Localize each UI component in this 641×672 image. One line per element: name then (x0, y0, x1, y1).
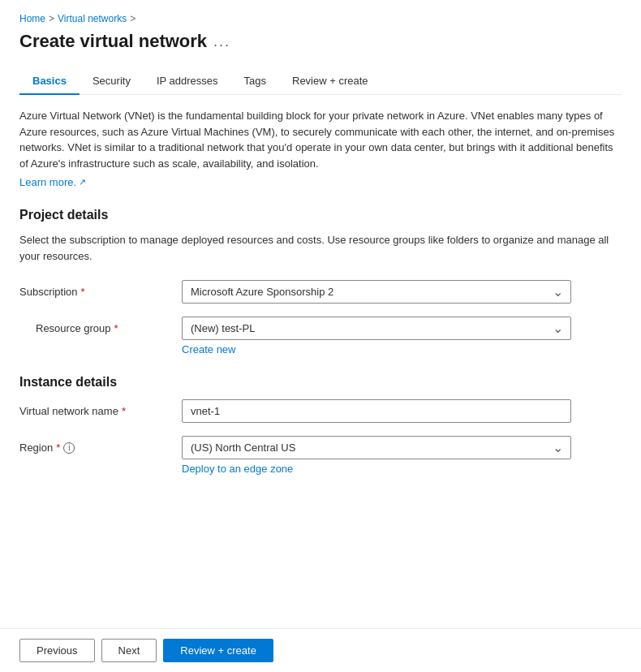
review-create-button[interactable]: Review + create (163, 639, 273, 662)
region-label: Region * i (19, 436, 182, 454)
subscription-dropdown-wrap: Microsoft Azure Sponsorship 2 (182, 280, 571, 304)
resource-group-label: Resource group * (19, 317, 182, 334)
previous-button[interactable]: Previous (19, 639, 95, 662)
vnet-name-input[interactable] (182, 399, 571, 423)
vnet-name-required: * (122, 405, 126, 417)
region-dropdown-wrap: (US) North Central US (182, 436, 571, 459)
page-title-container: Create virtual network ... (19, 31, 622, 52)
description-text: Azure Virtual Network (VNet) is the fund… (19, 108, 622, 171)
tab-ip-addresses[interactable]: IP addresses (144, 68, 231, 95)
external-link-icon: ↗ (79, 177, 86, 187)
vnet-name-label: Virtual network name * (19, 399, 182, 417)
vnet-name-row: Virtual network name * (19, 399, 622, 423)
learn-more-link[interactable]: Learn more. ↗ (19, 176, 86, 188)
footer-bar: Previous Next Review + create (0, 628, 641, 672)
next-button[interactable]: Next (101, 639, 157, 662)
resource-group-row: Resource group * (New) test-PL Create ne… (19, 317, 622, 355)
subscription-control: Microsoft Azure Sponsorship 2 (182, 280, 571, 304)
subscription-required: * (81, 286, 85, 298)
resource-group-control: (New) test-PL Create new (182, 317, 571, 355)
tab-tags[interactable]: Tags (231, 68, 279, 95)
page-title: Create virtual network (19, 31, 207, 52)
subscription-row: Subscription * Microsoft Azure Sponsorsh… (19, 280, 622, 304)
deploy-edge-link[interactable]: Deploy to an edge zone (182, 463, 293, 475)
resource-group-dropdown[interactable]: (New) test-PL (182, 317, 571, 340)
subscription-dropdown[interactable]: Microsoft Azure Sponsorship 2 (182, 280, 571, 304)
page-title-ellipsis[interactable]: ... (213, 33, 230, 50)
region-dropdown[interactable]: (US) North Central US (182, 436, 571, 459)
breadcrumb-separator-1: > (49, 13, 54, 24)
breadcrumb-virtual-networks[interactable]: Virtual networks (58, 13, 127, 24)
region-control: (US) North Central US Deploy to an edge … (182, 436, 571, 475)
breadcrumb: Home > Virtual networks > (19, 13, 622, 24)
resource-group-dropdown-wrap: (New) test-PL (182, 317, 571, 340)
tab-review-create[interactable]: Review + create (279, 68, 381, 95)
tab-bar: Basics Security IP addresses Tags Review… (19, 68, 622, 95)
region-row: Region * i (US) North Central US Deploy … (19, 436, 622, 475)
project-details-title: Project details (19, 208, 622, 222)
subscription-label: Subscription * (19, 280, 182, 298)
breadcrumb-home[interactable]: Home (19, 13, 45, 24)
resource-group-required: * (114, 322, 118, 334)
vnet-name-control (182, 399, 571, 423)
project-details-description: Select the subscription to manage deploy… (19, 232, 622, 264)
tab-basics[interactable]: Basics (19, 68, 80, 95)
instance-details-title: Instance details (19, 375, 622, 390)
create-new-link[interactable]: Create new (182, 343, 235, 355)
region-info-icon[interactable]: i (63, 442, 75, 454)
breadcrumb-separator-2: > (130, 13, 136, 24)
tab-security[interactable]: Security (80, 68, 144, 95)
region-required: * (56, 442, 60, 454)
